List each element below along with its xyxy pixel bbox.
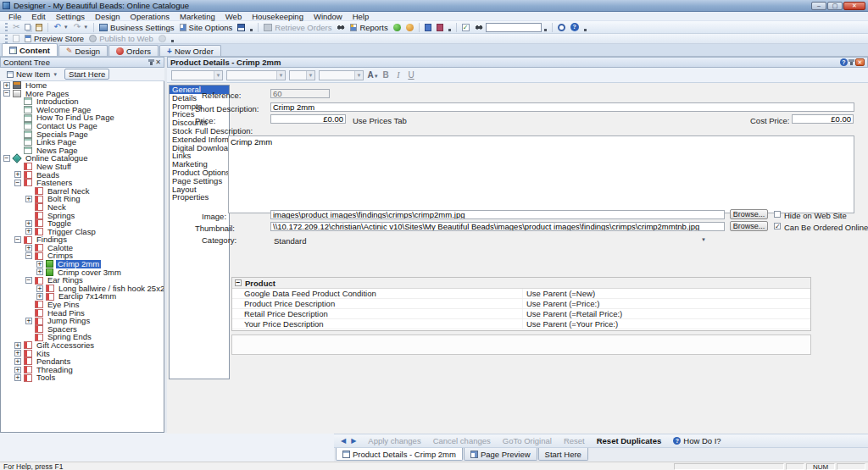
spellcheck-button[interactable]: ✓ [459,22,472,33]
tree-expander-icon[interactable]: + [14,358,21,365]
property-value[interactable]: Use Parent (=New) [522,289,810,298]
publish-to-web-button[interactable]: Publish to Web [86,33,156,44]
close-button[interactable]: ✕ [843,2,865,10]
tree-expander-icon[interactable]: − [25,252,32,259]
minimize-button[interactable]: – [811,2,826,10]
tree-item-links-page[interactable]: Links Page [1,138,164,147]
refresh-website-button[interactable] [156,33,169,44]
toolbar-overflow[interactable] [171,40,174,42]
refresh-button[interactable] [391,22,403,33]
size-combo[interactable]: ▼ [289,70,315,80]
tree-expander-icon[interactable]: + [3,82,10,89]
menu-help[interactable]: Help [348,12,375,21]
reports-button[interactable]: Reports [348,22,390,33]
details-nav-properties[interactable]: Properties [170,193,229,202]
tree-expander-icon[interactable]: + [14,342,21,349]
tree-item-trigger-clasp[interactable]: +Trigger Clasp [1,228,164,236]
cost-price-field[interactable] [792,114,854,124]
tree-expander-icon[interactable]: − [3,155,10,162]
property-value[interactable]: Use Parent (=Retail Price:) [522,309,810,318]
tree-item-threading[interactable]: +Threading [1,366,164,374]
site-options-button[interactable]: Site Options [177,22,236,33]
toolbar-search-input[interactable] [486,23,542,32]
tree-expander-icon[interactable]: + [25,196,32,202]
toolbar-overflow[interactable] [584,29,587,31]
toolbar-overflow[interactable] [448,29,451,31]
tree-expander-icon[interactable]: + [25,228,32,235]
tree-expander-icon[interactable]: + [14,367,21,373]
tree-expander-icon[interactable]: + [36,268,43,275]
pin-icon[interactable] [850,59,853,65]
tab-orders[interactable]: Orders [108,45,159,56]
find-orders-button[interactable] [334,22,348,33]
toolbar-overflow[interactable] [250,29,253,31]
tree-expander-icon[interactable]: + [25,245,32,252]
property-row-google-data-feed-product-condition[interactable]: Google Data Feed Product ConditionUse Pa… [232,289,810,299]
start-here-button[interactable]: Start Here [64,69,109,80]
image-browse-button[interactable]: Browse... [730,209,768,219]
tree-item-pendants[interactable]: +Pendants [1,357,164,366]
tree-item-gift-accessories[interactable]: +Gift Accessories [1,341,164,350]
maximize-button[interactable]: ▢ [827,2,843,10]
new-item-button[interactable]: New Item ▼ [3,69,61,80]
reset-duplicates-button[interactable]: Reset Duplicates [597,436,662,445]
reset-button[interactable]: Reset [564,436,585,445]
help-button[interactable]: ? [568,22,581,33]
upload-button[interactable] [422,22,434,33]
tab-design[interactable]: ✎Design [58,45,108,56]
tree-item-calotte[interactable]: +Calotte [1,244,164,252]
tree-item-earclip-7x14mm[interactable]: +Earclip 7x14mm [1,292,164,301]
category-dropdown[interactable]: Standard [274,236,307,246]
full-description-field[interactable]: Crimp 2mm [228,135,854,213]
italic-button[interactable]: I [392,69,404,80]
catalog-button[interactable] [403,22,416,33]
tree-item-neck[interactable]: Neck [1,203,164,212]
menu-window[interactable]: Window [309,12,348,21]
toolbar-grip[interactable] [5,35,8,43]
redo-button[interactable]: ↷▼ [71,22,91,33]
tree-item-online-catalogue[interactable]: −Online Catalogue [1,154,164,163]
download-button[interactable] [434,22,446,33]
property-value[interactable]: Use Parent (=Price:) [522,299,810,308]
redo-dropdown-arrow[interactable]: ▼ [83,25,88,30]
tree-expander-icon[interactable]: + [36,293,43,300]
undo-dropdown-arrow[interactable]: ▼ [64,25,69,30]
property-value[interactable]: Use Parent (=Your Price:) [522,319,810,329]
menu-file[interactable]: File [3,12,26,21]
tree-item-jump-rings[interactable]: +Jump Rings [1,317,164,325]
search-button[interactable] [472,22,486,33]
bold-button[interactable]: B [380,69,392,80]
tree-item-bolt-ring[interactable]: +Bolt Ring [1,195,164,203]
menu-housekeeping[interactable]: Housekeeping [247,12,309,21]
thumbnail-browse-button[interactable]: Browse... [730,221,768,231]
property-row-your-price-description[interactable]: Your Price DescriptionUse Parent (=Your … [232,319,810,329]
undo-button[interactable]: ↶▼ [51,22,70,33]
cut-button[interactable]: ✂ [10,22,22,33]
property-row-retail-price-description[interactable]: Retail Price DescriptionUse Parent (=Ret… [232,309,810,319]
underline-button[interactable]: U [405,69,417,80]
goto-original-button[interactable]: GoTo Original [503,436,552,445]
business-settings-button[interactable]: Business Settings [97,22,177,33]
hide-on-web-site-checkbox[interactable] [774,211,781,218]
tab-new-order[interactable]: +New Order [159,45,221,56]
format-combo[interactable]: ▼ [319,70,364,80]
image-field[interactable] [270,210,725,219]
history-button[interactable] [555,22,568,33]
toolbar-grip[interactable] [5,23,8,31]
paste-button[interactable] [33,22,45,33]
tree-item-barrel-neck[interactable]: Barrel Neck [1,187,164,196]
tree-expander-icon[interactable]: + [14,171,21,178]
tree-item-more-pages[interactable]: −More Pages [1,90,164,98]
category-dropdown-arrow[interactable]: ▼ [701,237,706,242]
apply-changes-button[interactable]: Apply changes [368,436,420,445]
menu-marketing[interactable]: Marketing [175,12,220,21]
tree-expander-icon[interactable]: − [14,236,21,243]
panel-help-icon[interactable]: ? [840,58,848,66]
save-button[interactable] [235,22,248,33]
can-be-ordered-online-checkbox[interactable]: ✓ [774,223,781,229]
reference-field[interactable] [270,89,330,98]
collapse-group-icon[interactable] [235,279,242,286]
tree-item-kits[interactable]: +Kits [1,350,164,358]
menu-settings[interactable]: Settings [51,12,90,21]
menu-web[interactable]: Web [220,12,247,21]
